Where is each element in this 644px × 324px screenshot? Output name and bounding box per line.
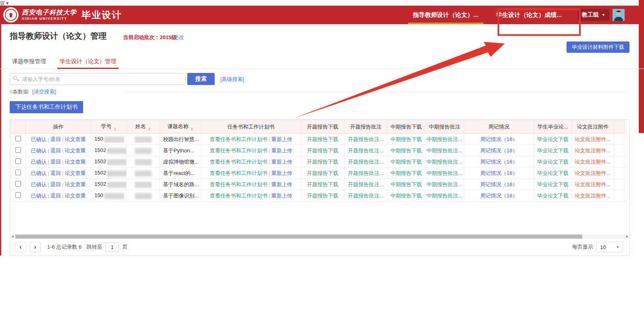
- mid-report-download-link[interactable]: 中期报告下载: [391, 159, 422, 165]
- confirm-link[interactable]: 已确认: [31, 170, 47, 176]
- reupload-link[interactable]: 重新上传: [271, 136, 292, 142]
- mid-report-annotate-link[interactable]: 中期报告批注...: [427, 159, 462, 165]
- send-back-link[interactable]: 退回: [50, 181, 61, 187]
- mid-report-download-link[interactable]: 中期报告下载: [391, 193, 422, 199]
- opening-report-download-link[interactable]: 开题报告下载: [307, 170, 339, 176]
- thesis-download-link[interactable]: 毕业论文下载: [537, 136, 569, 142]
- weekly-journal-link[interactable]: 周记情况（16）: [480, 147, 517, 154]
- jump-page-input[interactable]: [105, 242, 119, 252]
- reupload-link[interactable]: 重新上传: [271, 181, 292, 187]
- mid-report-download-link[interactable]: 中期报告下载: [391, 170, 422, 176]
- row-checkbox[interactable]: [15, 147, 21, 153]
- tab-student-design-management[interactable]: 学生设计（论文）管理: [60, 56, 116, 69]
- thesis-annotation-link[interactable]: 论文批注附件...: [575, 147, 611, 154]
- thesis-download-link[interactable]: 毕业论文下载: [537, 193, 569, 199]
- reupload-link[interactable]: 重新上传: [271, 193, 292, 199]
- send-back-link[interactable]: 退回: [50, 147, 61, 154]
- mid-report-annotate-link[interactable]: 中期报告批注...: [427, 147, 462, 154]
- view-task-book-link[interactable]: 查看任务书和工作计划书: [210, 193, 268, 199]
- weekly-journal-link[interactable]: 周记情况（16）: [480, 181, 517, 187]
- thesis-download-link[interactable]: 毕业论文下载: [537, 181, 569, 187]
- horizontal-scrollbar[interactable]: ◀ ▶: [10, 234, 629, 239]
- change-batch-link[interactable]: 更改: [174, 34, 184, 41]
- user-group-menu[interactable]: 教工组 ▼: [578, 9, 609, 21]
- reupload-link[interactable]: 重新上传: [271, 170, 292, 176]
- scroll-left-icon[interactable]: ◀: [11, 235, 13, 238]
- row-checkbox[interactable]: [15, 136, 21, 141]
- nav-item-student-grades[interactable]: 学生设计（论文）成绩...: [487, 6, 571, 24]
- thesis-annotation-link[interactable]: 论文批注附件...: [575, 193, 611, 199]
- sort-down-icon[interactable]: ▼: [114, 129, 117, 131]
- dup-check-link[interactable]: 论文查重: [65, 181, 86, 187]
- thesis-download-link[interactable]: 毕业论文下载: [537, 170, 569, 176]
- reupload-link[interactable]: 重新上传: [271, 147, 292, 154]
- send-back-link[interactable]: 退回: [50, 136, 61, 142]
- view-task-book-link[interactable]: 查看任务书和工作计划书: [210, 147, 268, 154]
- thesis-download-link[interactable]: 毕业论文下载: [537, 147, 569, 154]
- next-page-button[interactable]: ›: [29, 242, 41, 252]
- opening-report-annotate-link[interactable]: 开题报告批注...: [348, 181, 384, 187]
- nav-item-teacher-design[interactable]: 指导教师设计（论文）...: [404, 6, 487, 24]
- row-checkbox[interactable]: [15, 158, 21, 164]
- dup-check-link[interactable]: 论文查重: [65, 147, 86, 154]
- opening-report-download-link[interactable]: 开题报告下载: [307, 136, 339, 142]
- search-button[interactable]: 搜索: [187, 73, 215, 85]
- opening-report-annotate-link[interactable]: 开题报告批注...: [348, 136, 384, 142]
- view-task-book-link[interactable]: 查看任务书和工作计划书: [210, 181, 268, 187]
- search-input[interactable]: [10, 73, 186, 85]
- opening-report-download-link[interactable]: 开题报告下载: [307, 159, 339, 165]
- confirm-link[interactable]: 已确认: [31, 159, 47, 165]
- scroll-right-icon[interactable]: ▶: [626, 235, 628, 238]
- scrollbar-thumb[interactable]: [15, 235, 582, 239]
- opening-report-download-link[interactable]: 开题报告下载: [307, 181, 339, 187]
- mid-report-download-link[interactable]: 中期报告下载: [391, 136, 422, 142]
- row-checkbox[interactable]: [15, 192, 21, 198]
- send-back-link[interactable]: 退回: [50, 159, 61, 165]
- opening-report-annotate-link[interactable]: 开题报告批注...: [348, 170, 384, 176]
- thesis-annotation-link[interactable]: 论文批注附件...: [575, 136, 611, 142]
- sort-down-icon[interactable]: ▼: [148, 129, 151, 131]
- opening-report-download-link[interactable]: 开题报告下载: [307, 193, 339, 199]
- send-back-link[interactable]: 退回: [50, 170, 61, 176]
- mid-report-annotate-link[interactable]: 中期报告批注...: [427, 181, 462, 187]
- sort-down-icon[interactable]: ▼: [190, 129, 193, 131]
- opening-report-annotate-link[interactable]: 开题报告批注...: [348, 159, 384, 165]
- weekly-journal-link[interactable]: 周记情况（16）: [480, 159, 517, 165]
- thesis-download-link[interactable]: 毕业论文下载: [537, 159, 569, 165]
- dup-check-link[interactable]: 论文查重: [65, 193, 86, 199]
- weekly-journal-link[interactable]: 周记情况（16）: [480, 136, 517, 142]
- bookmark-item[interactable]: 驭 ▾: [0, 0, 639, 6]
- confirm-link[interactable]: 已确认: [31, 147, 47, 154]
- tab-topic-application[interactable]: 课题申报管理: [12, 56, 46, 69]
- user-avatar[interactable]: [613, 9, 625, 21]
- dup-check-link[interactable]: 论文查重: [65, 136, 86, 142]
- opening-report-annotate-link[interactable]: 开题报告批注...: [348, 193, 384, 199]
- dup-check-link[interactable]: 论文查重: [65, 170, 86, 176]
- mid-report-annotate-link[interactable]: 中期报告批注...: [427, 170, 462, 176]
- opening-report-annotate-link[interactable]: 开题报告批注...: [348, 147, 384, 154]
- mid-report-annotate-link[interactable]: 中期报告批注...: [427, 136, 462, 142]
- per-page-select[interactable]: 10 ▼: [596, 242, 623, 252]
- view-task-book-link[interactable]: 查看任务书和工作计划书: [210, 136, 268, 142]
- view-task-book-link[interactable]: 查看任务书和工作计划书: [210, 159, 268, 165]
- advanced-search-link[interactable]: [高级搜索]: [220, 76, 244, 83]
- mid-report-annotate-link[interactable]: 中期报告批注...: [427, 193, 462, 199]
- assign-task-book-button[interactable]: 下达任务书和工作计划书: [10, 101, 83, 113]
- row-checkbox[interactable]: [15, 181, 21, 187]
- confirm-link[interactable]: 已确认: [31, 136, 47, 142]
- thesis-annotation-link[interactable]: 论文批注附件...: [575, 181, 611, 187]
- weekly-journal-link[interactable]: 周记情况（16）: [480, 193, 517, 199]
- confirm-link[interactable]: 已确认: [31, 181, 47, 187]
- weekly-journal-link[interactable]: 周记情况（16）: [480, 170, 517, 176]
- prev-page-button[interactable]: ‹: [15, 242, 26, 252]
- mid-report-download-link[interactable]: 中期报告下载: [391, 147, 422, 154]
- clear-search-link[interactable]: [清空搜索]: [32, 89, 56, 95]
- row-checkbox[interactable]: [15, 170, 21, 175]
- dup-check-link[interactable]: 论文查重: [65, 159, 86, 165]
- confirm-link[interactable]: 已确认: [31, 193, 47, 199]
- send-back-link[interactable]: 退回: [50, 193, 61, 199]
- reupload-link[interactable]: 重新上传: [271, 159, 292, 165]
- opening-report-download-link[interactable]: 开题报告下载: [307, 147, 339, 154]
- material-attachment-download-button[interactable]: 毕业设计材料附件下载: [567, 42, 629, 53]
- thesis-annotation-link[interactable]: 论文批注附件...: [575, 159, 611, 165]
